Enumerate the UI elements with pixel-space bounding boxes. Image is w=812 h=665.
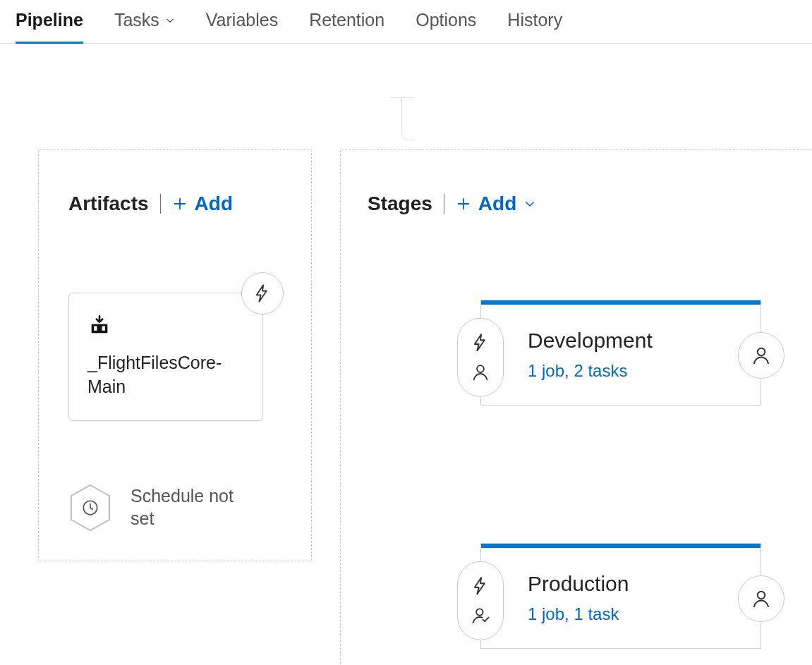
person-check-icon (471, 606, 490, 626)
build-source-icon (87, 313, 111, 337)
stage-card-development[interactable]: Development 1 job, 2 tasks (480, 300, 761, 405)
artifacts-title: Artifacts (68, 193, 149, 215)
tab-variables[interactable]: Variables (206, 10, 278, 43)
divider (160, 194, 161, 214)
tab-retention-label: Retention (309, 10, 384, 30)
bolt-icon (471, 333, 490, 353)
stage-detail-link[interactable]: 1 job, 1 task (528, 604, 742, 624)
pre-deploy-conditions-button[interactable] (457, 561, 504, 640)
tab-retention[interactable]: Retention (309, 10, 384, 43)
add-stage-button[interactable]: Add (456, 193, 536, 215)
tab-history[interactable]: History (507, 10, 562, 43)
chevron-down-icon (165, 16, 175, 25)
clock-icon (81, 499, 99, 517)
artifact-card[interactable]: _FlightFilesCore-Main (68, 293, 263, 421)
artifact-name: _FlightFilesCore-Main (87, 351, 244, 399)
stages-header: Stages Add (368, 193, 785, 215)
person-icon (751, 588, 772, 609)
stage-detail-link[interactable]: 1 job, 2 tasks (528, 361, 742, 381)
plus-icon (172, 196, 188, 212)
tab-tasks[interactable]: Tasks (114, 10, 175, 43)
tab-pipeline[interactable]: Pipeline (16, 10, 83, 43)
tab-variables-label: Variables (206, 10, 278, 30)
stages-panel: Stages Add Development 1 job, 2 tasks (340, 150, 812, 665)
schedule-hexagon (68, 483, 112, 532)
person-icon (751, 345, 772, 366)
post-deploy-conditions-button[interactable] (738, 575, 784, 622)
add-artifact-label: Add (195, 193, 233, 215)
schedule-button[interactable]: Schedule not set (68, 483, 281, 532)
artifacts-panel: Artifacts Add _FlightFilesCore-Main Sche… (38, 150, 312, 561)
tab-tasks-label: Tasks (114, 10, 159, 30)
bolt-icon (471, 576, 490, 596)
stage-name: Production (528, 572, 742, 596)
add-artifact-button[interactable]: Add (172, 193, 233, 215)
tab-bar: Pipeline Tasks Variables Retention Optio… (0, 0, 812, 44)
artifact-trigger-button[interactable] (241, 272, 284, 315)
post-deploy-conditions-button[interactable] (738, 332, 784, 379)
divider (444, 194, 444, 214)
connector-lines (0, 44, 812, 157)
tab-history-label: History (507, 10, 562, 30)
tab-options[interactable]: Options (416, 10, 476, 43)
pipeline-canvas: Artifacts Add _FlightFilesCore-Main Sche… (0, 44, 812, 157)
bolt-icon (253, 283, 272, 303)
plus-icon (456, 196, 471, 212)
stages-title: Stages (368, 193, 432, 215)
schedule-text: Schedule not set (131, 485, 236, 530)
artifacts-header: Artifacts Add (68, 193, 281, 215)
add-stage-label: Add (478, 193, 516, 215)
pre-deploy-conditions-button[interactable] (457, 318, 504, 397)
chevron-down-icon (523, 197, 536, 210)
stage-name: Development (528, 329, 742, 353)
tab-pipeline-label: Pipeline (16, 10, 83, 30)
person-icon (471, 362, 490, 382)
stage-card-production[interactable]: Production 1 job, 1 task (480, 543, 761, 649)
tab-options-label: Options (416, 10, 476, 30)
